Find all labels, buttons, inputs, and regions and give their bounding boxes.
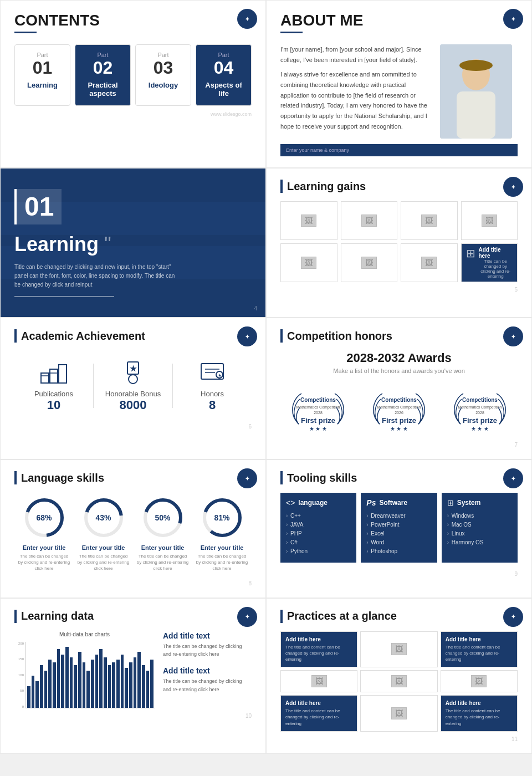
bar-7: [57, 649, 60, 707]
page-11: 11: [280, 736, 518, 742]
y-100: 100: [18, 673, 24, 677]
page-7: 7: [280, 442, 518, 448]
award-2: Competitions Mathematics Competition 202…: [361, 385, 437, 437]
svg-text:★ ★ ★: ★ ★ ★: [309, 426, 328, 432]
awards-row: Competitions Mathematics Competition 202…: [280, 385, 518, 437]
img-4: 🖼: [482, 215, 497, 227]
gain-3: 🖼: [401, 201, 458, 240]
laurel-svg-2: Competitions Mathematics Competition 202…: [369, 385, 429, 435]
svg-rect-9: [50, 369, 58, 383]
bar-23: [125, 668, 128, 708]
part-02[interactable]: Part 02 Practical aspects: [75, 44, 131, 106]
bar-13: [83, 662, 86, 707]
laurel-3: Competitions Mathematics Competition 202…: [449, 385, 510, 435]
slide-data: ✦ Learning data Multi-data bar charts 20…: [0, 598, 266, 754]
circles-row: 68% Enter your title The title can be ch…: [14, 496, 252, 572]
prac-img-4: 🖼: [311, 675, 327, 687]
svg-text:Mathematics Competition: Mathematics Competition: [458, 405, 502, 410]
svg-point-15: [129, 375, 137, 384]
bar-wrap: [25, 642, 155, 708]
sw-word: Word: [366, 539, 431, 545]
y-axis: 200 150 100 50 0: [14, 642, 25, 708]
gains-title-bar: [280, 180, 283, 193]
y-50: 50: [20, 689, 24, 692]
svg-rect-10: [59, 365, 66, 383]
sys-macos: Mac OS: [447, 522, 512, 528]
ps-icon: Ps: [366, 498, 376, 507]
bar-27: [142, 665, 145, 708]
academic-title-bar: [14, 329, 17, 343]
svg-text:★ ★ ★: ★ ★ ★: [390, 426, 408, 432]
practice-2: 🖼: [360, 631, 437, 668]
prac-img-2: 🖼: [391, 643, 407, 655]
circle-50: 50% Enter your title The title can be ch…: [136, 496, 188, 572]
slide-learning: 01 Learning " Title can be changed by cl…: [0, 168, 266, 318]
svg-text:Competitions: Competitions: [300, 397, 336, 403]
award-1: Competitions Mathematics Competition 202…: [280, 385, 356, 437]
svg-text:Mathematics Competition: Mathematics Competition: [377, 405, 421, 410]
logo-9: ✦: [237, 607, 257, 627]
learning-content: 01 Learning " Title can be changed by cl…: [14, 189, 181, 297]
circle-81: 81% Enter your title The title can be ch…: [196, 496, 248, 572]
watermark-1: www.slidesgo.com: [14, 111, 252, 117]
parts-grid: Part 01 Learning Part 02 Practical aspec…: [14, 44, 252, 106]
bar-2: [35, 681, 39, 708]
practice-5: 🖼: [360, 670, 437, 692]
achievement-bonus: ★ Honorable Bonus 8000: [94, 359, 172, 412]
svg-text:First prize: First prize: [463, 416, 497, 425]
lang-title-row: Language skills: [14, 471, 252, 484]
bar-8: [61, 655, 64, 708]
learning-line: [14, 296, 114, 297]
circle-43: 43% Enter your title The title can be ch…: [77, 496, 129, 572]
achievement-publications: Publications 10: [14, 359, 93, 412]
tooling-title-bar: [280, 471, 283, 484]
highlight-icon: ⊞: [466, 247, 475, 260]
page-6: 6: [14, 423, 252, 430]
bar-6: [53, 662, 56, 707]
person-silhouette: [440, 44, 512, 139]
svg-text:2028: 2028: [475, 411, 484, 415]
logo-7: ✦: [237, 468, 257, 488]
gains-grid: 🖼 🖼 🖼 🖼 🖼 🖼 🖼 ⊞ Add title here Title can…: [280, 201, 518, 282]
svg-text:2026: 2026: [395, 411, 403, 415]
svg-point-4: [459, 60, 493, 71]
logo-6: ✦: [503, 326, 523, 346]
learning-num-box: 01: [14, 189, 62, 224]
bar-29: [150, 660, 154, 707]
svg-line-17: [135, 374, 136, 375]
windows-icon: ⊞: [447, 498, 454, 507]
part-03[interactable]: Part 03 Ideology: [135, 44, 191, 106]
gain-4: 🖼: [461, 201, 518, 240]
img-2: 🖼: [361, 215, 377, 227]
circle-68: 68% Enter your title The title can be ch…: [18, 496, 70, 572]
prac-img-6: 🖼: [471, 675, 487, 687]
certificate-svg: ★: [198, 359, 226, 384]
page-8: 8: [14, 580, 252, 586]
honors-icon: ★: [173, 359, 252, 384]
slide-practices: ✦ Practices at a glance Add title here T…: [266, 598, 532, 754]
part-04[interactable]: Part 04 Aspects of life: [196, 44, 252, 106]
achievement-honors: ★ Honors 8: [173, 359, 252, 412]
gain-7: 🖼: [401, 243, 458, 282]
tool-language: <> language C++ JAVA PHP C# Python: [280, 493, 356, 563]
chart-container: 200 150 100 50 0: [14, 642, 155, 708]
about-photo: [440, 44, 518, 139]
bar-3: [40, 665, 43, 708]
sys-windows: Windows: [447, 513, 512, 519]
svg-text:Competitions: Competitions: [381, 397, 417, 403]
bar-12: [78, 652, 81, 707]
slide-about: ✦ ABOUT ME I'm [your name], from [your s…: [266, 0, 532, 168]
practices-title-bar: [280, 610, 283, 623]
award-3: Competitions Mathematics Competition 202…: [442, 385, 518, 437]
y-150: 150: [18, 657, 24, 661]
circle-wrap-68: 68%: [22, 496, 66, 540]
practice-4: 🖼: [280, 670, 357, 692]
practice-7: Add title here The title and content can…: [280, 695, 357, 732]
svg-text:Mathematics Competition: Mathematics Competition: [296, 405, 340, 410]
svg-text:Competitions: Competitions: [462, 397, 498, 403]
logo-1: ✦: [237, 9, 257, 29]
pct-43: 43%: [95, 513, 111, 522]
tool-system: ⊞ System Windows Mac OS Linux Harmony OS: [442, 493, 518, 563]
practice-1: Add title here The title and content can…: [280, 631, 357, 668]
part-01[interactable]: Part 01 Learning: [14, 44, 70, 106]
